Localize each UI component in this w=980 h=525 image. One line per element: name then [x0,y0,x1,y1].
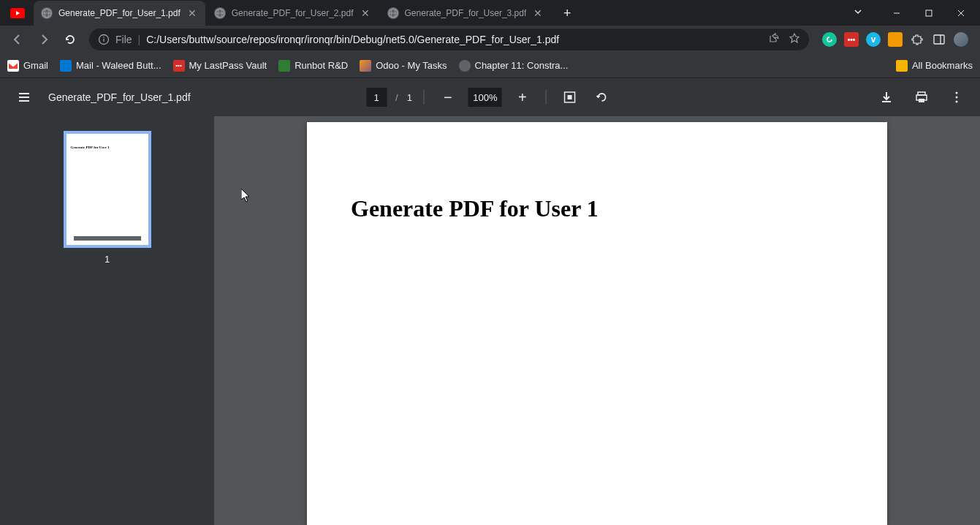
thumbnail-text: Generate PDF for User 1 [67,134,148,161]
browser-tab-bar: Generate_PDF_for_User_1.pdf ✕ Generate_P… [0,0,980,26]
bookmark-label: Gmail [23,60,48,71]
globe-icon [41,7,53,19]
thumbnail-footer [74,236,141,241]
bookmark-odoo[interactable]: Odoo - My Tasks [360,60,447,72]
bookmark-gmail[interactable]: Gmail [7,60,48,72]
bookmark-lastpass[interactable]: ••• My LastPass Vault [173,60,267,72]
vimeo-icon[interactable]: v [866,32,881,47]
bookmark-runbot[interactable]: Runbot R&D [278,60,348,72]
page-heading: Generate PDF for User 1 [351,195,843,222]
url-bar[interactable]: File | C:/Users/buttw/source/repos/ironq… [89,29,809,50]
close-window-button[interactable] [948,2,974,24]
reload-button[interactable] [58,28,82,51]
globe-icon [214,7,226,19]
zoom-out-button[interactable]: − [436,86,460,109]
pdf-viewer: Generate PDF for User 1 1 Generate PDF f… [0,116,980,525]
toolbar-divider [546,90,547,105]
extensions-icon[interactable] [910,32,924,47]
page-thumbnail[interactable]: Generate PDF for User 1 [64,131,151,248]
new-tab-button[interactable]: + [557,3,577,23]
chevron-down-icon[interactable] [853,7,863,20]
pdf-right-controls [875,86,968,109]
download-icon[interactable] [875,86,898,109]
maximize-button[interactable] [916,2,942,24]
window-controls [853,0,980,26]
lastpass-icon[interactable]: ••• [844,32,859,47]
svg-point-29 [956,101,958,103]
share-icon[interactable] [768,32,780,47]
back-button[interactable] [6,28,29,51]
zoom-in-button[interactable]: + [511,86,534,109]
url-scheme-label: File [115,34,132,45]
page-number-input[interactable] [366,88,387,107]
all-bookmarks-label: All Bookmarks [912,60,973,71]
profile-avatar[interactable] [954,32,968,47]
svg-rect-26 [919,99,924,102]
svg-point-27 [956,92,958,94]
bookmark-label: Chapter 11: Constra... [475,60,569,71]
tab-title: Generate_PDF_for_User_2.pdf [232,8,354,18]
fit-to-page-icon[interactable] [558,86,582,109]
svg-rect-23 [568,95,572,99]
print-icon[interactable] [910,86,933,109]
zoom-input[interactable] [468,88,502,107]
url-divider: | [138,34,141,45]
bookmark-star-icon[interactable] [789,32,800,47]
extension-icon[interactable] [888,32,903,47]
close-icon[interactable]: ✕ [532,7,544,19]
svg-point-15 [103,37,105,38]
bookmarks-bar: Gmail Mail - Waleed Butt... ••• My LastP… [0,53,980,78]
globe-icon [387,7,399,19]
address-bar: File | C:/Users/buttw/source/repos/ironq… [0,26,980,53]
minimize-button[interactable] [884,2,910,24]
thumbnail-number: 1 [105,254,110,265]
all-bookmarks-button[interactable]: All Bookmarks [896,60,973,72]
svg-point-28 [956,97,958,99]
pdf-toolbar: Generate_PDF_for_User_1.pdf / 1 − + [0,78,980,116]
pdf-page: Generate PDF for User 1 [307,122,887,525]
bookmark-outlook[interactable]: Mail - Waleed Butt... [60,60,162,72]
browser-tab[interactable]: Generate_PDF_for_User_2.pdf ✕ [207,1,379,26]
page-separator: / [395,92,398,103]
info-icon[interactable] [98,34,110,45]
tab-title: Generate_PDF_for_User_1.pdf [58,8,181,18]
svg-rect-11 [926,10,932,16]
pdf-page-controls: / 1 − + [366,86,614,109]
tab-title: Generate_PDF_for_User_3.pdf [405,8,527,18]
more-icon[interactable] [945,86,968,109]
youtube-icon[interactable] [9,4,26,22]
browser-tab[interactable]: Generate_PDF_for_User_3.pdf ✕ [380,1,552,26]
bookmark-label: Runbot R&D [295,60,348,71]
page-total: 1 [407,92,412,103]
bookmark-label: Odoo - My Tasks [376,60,447,71]
pdf-filename: Generate_PDF_for_User_1.pdf [48,91,191,103]
side-panel-icon[interactable] [932,32,946,47]
toolbar-divider [424,90,425,105]
url-path: C:/Users/buttw/source/repos/ironqr/ironq… [146,34,762,45]
browser-tab-active[interactable]: Generate_PDF_for_User_1.pdf ✕ [34,1,205,26]
pdf-content-area[interactable]: Generate PDF for User 1 [214,116,980,525]
forward-button[interactable] [32,28,56,51]
menu-icon[interactable] [12,85,37,110]
close-icon[interactable]: ✕ [186,7,198,19]
extension-icons: ••• v [816,32,974,47]
svg-rect-17 [934,35,944,44]
rotate-icon[interactable] [590,86,614,109]
thumbnail-sidebar: Generate PDF for User 1 1 [0,116,214,525]
close-icon[interactable]: ✕ [360,7,371,19]
bookmark-label: Mail - Waleed Butt... [76,60,162,71]
grammarly-icon[interactable] [822,32,837,47]
bookmark-label: My LastPass Vault [189,60,267,71]
bookmark-chapter[interactable]: Chapter 11: Constra... [459,60,569,72]
